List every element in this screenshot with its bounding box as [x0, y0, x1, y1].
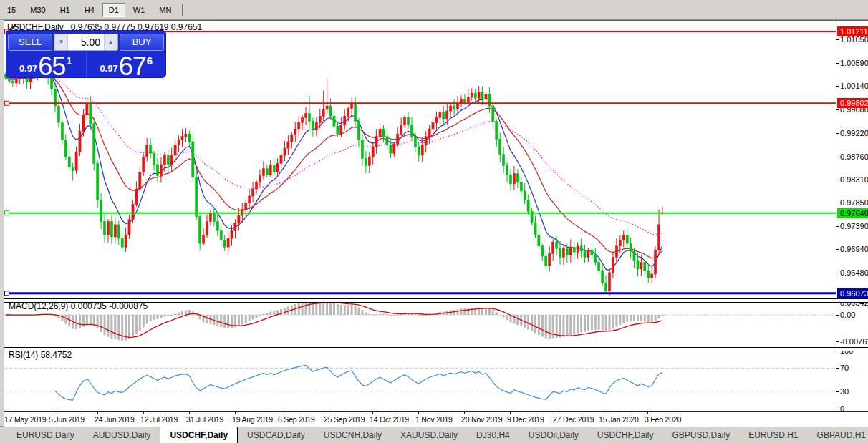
date-tick-label: 12 Jul 2019 — [140, 415, 178, 424]
level-handle-resistance[interactable] — [5, 101, 9, 105]
resistance-price-tag-upper: 1.01211 — [837, 26, 868, 36]
rsi-line — [55, 366, 662, 401]
rsi-tick-label: 70 — [840, 364, 849, 372]
chart-tab-bar: EURUSD,DailyAUDUSD,DailyUSDCHF,DailyUSDC… — [0, 426, 868, 443]
timeframe-button-w1[interactable]: W1 — [127, 3, 152, 17]
rsi-name: RSI(14) — [9, 350, 38, 360]
date-tick-label: 20 Nov 2019 — [461, 415, 502, 424]
date-tick-label: 3 Feb 2020 — [645, 415, 681, 424]
tab-usdcad-daily[interactable]: USDCAD,Daily — [238, 427, 314, 443]
panel-splitter-rsi[interactable] — [4, 347, 868, 351]
tab-usdcnh-daily[interactable]: USDCNH,Daily — [314, 427, 391, 443]
time-axis[interactable]: 17 May 20195 Jun 201924 Jun 201912 Jul 2… — [4, 411, 868, 427]
date-tick-mark — [281, 412, 281, 414]
rsi-label: RSI(14) 58.4752 — [9, 350, 72, 360]
price-tick-label: 0.97850 — [840, 198, 868, 207]
support-price-tag: 0.96073 — [837, 288, 868, 298]
date-tick-label: 15 Jan 2020 — [599, 415, 639, 424]
date-tick-mark — [52, 412, 52, 414]
rsi-tick-mark — [836, 368, 839, 369]
tab-gbpaud-h1[interactable]: GBPAUD,H1 — [808, 427, 868, 443]
timeframe-button-mn[interactable]: MN — [153, 3, 178, 17]
buy-price-big: 67 — [119, 56, 146, 77]
date-tick-mark — [189, 412, 190, 414]
buy-button[interactable]: BUY — [120, 34, 164, 51]
date-tick-label: 17 May 2019 — [4, 415, 47, 424]
date-tick-label: 24 Jun 2019 — [95, 415, 135, 424]
price-tick-mark — [836, 39, 839, 40]
date-tick-mark — [97, 412, 98, 414]
price-tick-label: 0.96940 — [840, 245, 868, 253]
date-tick-mark — [647, 412, 648, 414]
tab-audusd-daily[interactable]: AUDUSD,Daily — [84, 427, 160, 443]
rsi-value: 58.4752 — [41, 350, 72, 360]
sell-price-button[interactable]: 0.97 65 1 — [6, 52, 87, 77]
macd-tick-mark — [836, 341, 839, 342]
macd-main-value: 0.000735 — [71, 301, 107, 311]
price-tick-label: 0.98760 — [840, 152, 868, 161]
volume-decrease-button[interactable]: ▼ — [54, 34, 68, 50]
rsi-indicator-canvas — [4, 350, 836, 411]
price-tick-label: 0.97390 — [840, 222, 868, 230]
buy-price-button[interactable]: 0.97 67 6 — [87, 52, 167, 77]
tab-dj30-h4[interactable]: DJ30,H4 — [467, 427, 519, 443]
sell-price-pip: 1 — [66, 54, 72, 67]
rsi-tick-mark — [836, 409, 839, 409]
date-tick-mark — [327, 412, 327, 414]
buy-price-prefix: 0.97 — [100, 63, 117, 74]
volume-stepper: ▼ 5.00 ▲ — [54, 34, 118, 51]
price-tick-mark — [836, 226, 839, 227]
price-tick-mark — [836, 157, 839, 157]
rsi-tick-mark — [836, 391, 839, 392]
date-tick-mark — [510, 412, 511, 414]
price-scale[interactable]: 1.010501.005901.001400.996800.992200.987… — [836, 21, 868, 411]
sell-price-big: 65 — [38, 56, 65, 77]
timeframe-button-h4[interactable]: H4 — [78, 3, 101, 17]
timeframe-button-h1[interactable]: H1 — [54, 3, 77, 17]
price-tick-label: 0.96480 — [840, 268, 868, 277]
one-click-trading-panel: SELL ▼ 5.00 ▲ BUY 0.97 65 1 0.97 67 6 — [6, 30, 166, 78]
date-tick-label: 27 Dec 2019 — [553, 415, 594, 424]
tab-usdchf-daily[interactable]: USDCHF,Daily — [588, 427, 663, 443]
price-tick-label: 0.99220 — [840, 129, 868, 137]
price-tick-mark — [836, 273, 839, 273]
date-tick-mark — [418, 412, 419, 414]
date-tick-label: 9 Dec 2019 — [507, 415, 544, 424]
level-handle-current-price[interactable] — [5, 211, 9, 215]
buy-price-pip: 6 — [147, 54, 153, 67]
date-tick-label: 31 Jul 2019 — [186, 415, 223, 424]
tab-eurusd-h1[interactable]: EURUSD,H1 — [739, 427, 807, 443]
timeframe-button-d1[interactable]: D1 — [102, 3, 125, 17]
toolbar-separator — [182, 4, 183, 16]
date-tick-mark — [464, 412, 465, 414]
price-tick-mark — [836, 109, 839, 110]
date-tick-label: 14 Oct 2019 — [370, 415, 409, 424]
tab-usdchf-daily[interactable]: USDCHF,Daily — [160, 427, 238, 443]
date-tick-mark — [235, 412, 236, 414]
volume-increase-button[interactable]: ▲ — [104, 34, 117, 50]
price-tick-label: 1.00140 — [840, 82, 868, 90]
macd-name: MACD(12,26,9) — [9, 301, 68, 311]
current-price-tag: 0.97648 — [837, 208, 868, 218]
tab-eurusd-daily[interactable]: EURUSD,Daily — [7, 427, 84, 443]
timeframe-button-15[interactable]: 15 — [1, 3, 22, 17]
tab-xauusd-daily[interactable]: XAUUSD,Daily — [391, 427, 467, 443]
tab-gbpusd-daily[interactable]: GBPUSD,Daily — [663, 427, 740, 443]
date-tick-label: 25 Sep 2019 — [324, 415, 365, 424]
tab-usdoil-daily[interactable]: USDOil,Daily — [519, 427, 588, 443]
macd-tick-label: -0.007615 — [840, 337, 868, 346]
macd-tick-mark — [836, 303, 839, 303]
timeframe-toolbar: 15M30H1H4D1W1MN — [0, 0, 868, 20]
level-handle-support[interactable] — [5, 291, 9, 296]
date-tick-label: 5 Jun 2019 — [49, 415, 85, 424]
sell-button[interactable]: SELL — [8, 34, 52, 51]
timeframe-button-m30[interactable]: M30 — [24, 3, 52, 17]
date-tick-mark — [556, 412, 556, 414]
date-tick-label: 1 Nov 2019 — [415, 415, 453, 424]
price-tick-mark — [836, 180, 839, 180]
rsi-tick-label: 30 — [840, 387, 849, 396]
macd-tick-label: 0.00 — [840, 311, 855, 319]
price-tick-label: 0.98310 — [840, 175, 868, 184]
macd-signal-value: -0.000875 — [109, 301, 148, 311]
volume-field[interactable]: 5.00 — [68, 34, 104, 50]
